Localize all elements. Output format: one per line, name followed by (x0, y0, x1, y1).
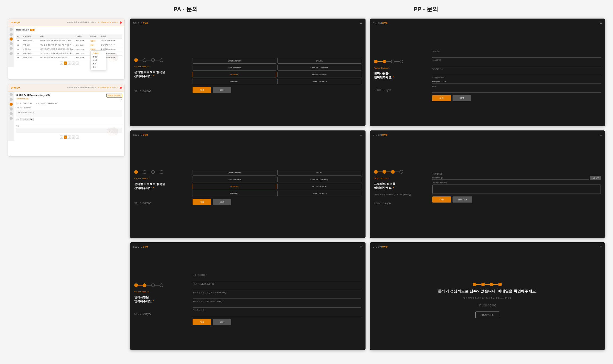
pp-next-btn-1[interactable]: 다음 (193, 87, 211, 93)
pa-close-btn-2[interactable] (120, 87, 122, 89)
cat2-branded[interactable]: Branded (193, 184, 276, 189)
dropdown-item-complete[interactable]: 완료 (91, 62, 106, 65)
pp-menu-icon-1[interactable]: ≡ (360, 21, 362, 25)
pa-sidebar-item-1[interactable] (10, 28, 13, 31)
pa-page-2[interactable]: 2 (68, 62, 71, 65)
pa-page-3[interactable]: 3 (72, 62, 75, 65)
cat2-documentary[interactable]: Documentary (193, 177, 276, 182)
pp-input-r1-4[interactable] (432, 80, 601, 84)
pp-file-btn-r2[interactable]: 파일 선택 (590, 176, 601, 180)
pp-input-company[interactable] (193, 286, 361, 290)
pp-complete-cancel-btn-r2[interactable]: 완료 취소 (453, 196, 472, 203)
pp-input-email[interactable] (193, 303, 361, 308)
pp-next-btn-2[interactable]: 다음 (193, 199, 211, 205)
pp-confirm-btn[interactable]: 메인페이지로 (475, 312, 499, 318)
step3-circle-3 (151, 283, 155, 287)
pa-sidebar-item-4[interactable] (10, 42, 13, 45)
pp-next-btn-3[interactable]: 다음 (193, 319, 211, 325)
pa-header-link-2[interactable]: 내 견적서/프로젝트 보러하기 (98, 86, 118, 89)
pp-form-r1: 프로젝트 소속회사명 연락처 / TEL (432, 50, 601, 93)
dropdown-item-all[interactable]: 전체보기 (91, 52, 106, 55)
pp-input-r1-2[interactable] (432, 62, 601, 66)
pa-header-text-1: 프로젝트 목록 및 진행현황을 확인하세요 (67, 21, 96, 24)
cat-motion-1[interactable]: Motion Graphic (277, 72, 361, 77)
cat-documentary-1[interactable]: Documentary (193, 65, 276, 71)
dropdown-item-review[interactable]: 검토중 (91, 59, 106, 62)
pa-header-link-1[interactable]: 내 견적서/프로젝트 보러하기 (98, 21, 118, 24)
step2-line-1 (138, 172, 143, 172)
pp-input-r1-1[interactable] (432, 53, 601, 58)
pa-sidebar2-item-3[interactable] (10, 103, 13, 106)
pa2-prev-btn[interactable]: ‹ (60, 135, 63, 139)
pa-sidebar-item-2[interactable] (10, 33, 13, 36)
pp-menu-icon-r2[interactable]: ≡ (600, 133, 602, 137)
pp-menu-icon-r3[interactable]: ≡ (600, 244, 602, 249)
pa-sidebar-item-6[interactable] (10, 52, 13, 55)
pa-sidebar2-item-1[interactable] (10, 93, 13, 96)
cat-channel-1[interactable]: Channel Operating (277, 65, 361, 71)
pp-cancel-btn-3[interactable]: 이전 (213, 319, 231, 325)
pa-close-btn-1[interactable] (120, 21, 122, 24)
pp-logo-r3: studioeye (373, 245, 388, 248)
pa2-page-1[interactable]: 1 (64, 135, 67, 139)
pp-logo-studio-1: studio (133, 21, 142, 24)
pp-label-email: 이메일 메일 (E-MAIL / LINK EMAIL) * (193, 300, 361, 303)
stepr1-line-2 (386, 61, 391, 62)
pp-cancel-btn-2[interactable]: 이전 (213, 199, 231, 205)
table-row[interactable]: 01 엔터테인먼트... 엔터테이먼트 프로젝트 문의드립니다. 빠른 진행..… (16, 39, 122, 43)
stepr2-circle-3 (391, 170, 395, 174)
dropdown-item-ongoing[interactable]: 진행중 (91, 55, 106, 59)
cat2-live[interactable]: Live Commerce (277, 191, 361, 196)
cat-drama-1[interactable]: Drama (277, 58, 361, 64)
pp-steps-3 (134, 283, 163, 287)
pp-input-tel[interactable] (193, 295, 361, 299)
pa2-page-3[interactable]: 3 (72, 135, 75, 139)
cat-entertainment-1[interactable]: Entertainment (193, 58, 276, 64)
pa-sidebar2-item-4[interactable] (10, 107, 13, 111)
pp-cancel-btn-r1[interactable]: 이전 (453, 95, 471, 101)
pp-next-btn-r2[interactable]: 다음 (432, 196, 451, 203)
pa-sidebar-item-5[interactable] (10, 47, 13, 50)
pa2-page-2[interactable]: 2 (68, 135, 71, 139)
pp-next-btn-r1[interactable]: 다음 (432, 95, 451, 101)
pp-menu-icon-r1[interactable]: ≡ (600, 21, 602, 25)
cat2-drama[interactable]: Drama (277, 170, 361, 176)
pp-categories-1: Entertainment Drama Documentary Channel … (193, 58, 361, 84)
pp-file-field-r2[interactable] (432, 176, 589, 180)
cat2-entertainment[interactable]: Entertainment (193, 170, 276, 176)
pp-textarea-r2[interactable] (432, 185, 601, 194)
pp-input-name[interactable] (193, 277, 361, 281)
pa-sidebar2-item-5[interactable] (10, 112, 13, 115)
pp-label-detail: 기타 상세내용 (193, 309, 361, 312)
pp-left-1: Project Request 문의할 프로젝트 항목을선택해주세요.* stu… (134, 58, 187, 93)
cat2-motion[interactable]: Motion Graphic (277, 184, 361, 189)
pa-next-btn[interactable]: › (76, 62, 79, 65)
pp-menu-icon-3[interactable]: ≡ (360, 244, 362, 249)
pa-header-text-2: 프로젝트 목록 및 진행현황을 확인하세요 (67, 86, 96, 89)
pp-input-r1-3[interactable] (432, 71, 601, 75)
pa-nav-2: 김경주 님의 Documentary 문의 Documentary 요청 진행중… (8, 91, 124, 141)
status-dropdown[interactable]: 전체보기 진행중 검토중 완료 취소 (90, 50, 106, 70)
pa-prev-btn[interactable]: ‹ (60, 62, 63, 65)
cat2-animation[interactable]: Animation (193, 191, 276, 196)
pa-page-1[interactable]: 1 (64, 62, 67, 65)
pa-sidebar2-item-2[interactable] (10, 98, 13, 101)
table-row[interactable]: 02 채널 운영... 채널 운영 관련하여 문의드립니다. 자세한 사항...… (16, 43, 122, 47)
pp-logo-eye-1: eye (142, 21, 148, 24)
cat2-channel[interactable]: Channel Operating (277, 177, 361, 182)
cat-animation-1[interactable]: Animation (193, 79, 276, 84)
pa2-next-btn[interactable]: › (76, 135, 79, 139)
pp-menu-icon-2[interactable]: ≡ (360, 133, 362, 137)
cat-live-1[interactable]: Live Commerce (277, 79, 361, 84)
pa-detail-header: 김경주 님의 Documentary 문의 Documentary 요청 진행중… (16, 94, 122, 101)
pa-sidebar2-item-6[interactable] (10, 117, 13, 120)
pa-sidebar-2 (8, 91, 14, 141)
pp-cancel-btn-1[interactable]: 이전 (213, 87, 231, 93)
pa-sidebar-item-3[interactable] (10, 37, 13, 41)
pp-input-detail[interactable] (193, 312, 361, 316)
stepr1-circle-3 (391, 60, 395, 63)
dropdown-item-cancel[interactable]: 취소 (91, 65, 106, 69)
pa-select[interactable]: 선택 ▼ 진행중 완료 취소 (20, 118, 34, 121)
cat-branded-1[interactable]: Branded (193, 72, 276, 77)
pp-input-r1-5[interactable] (432, 88, 601, 93)
